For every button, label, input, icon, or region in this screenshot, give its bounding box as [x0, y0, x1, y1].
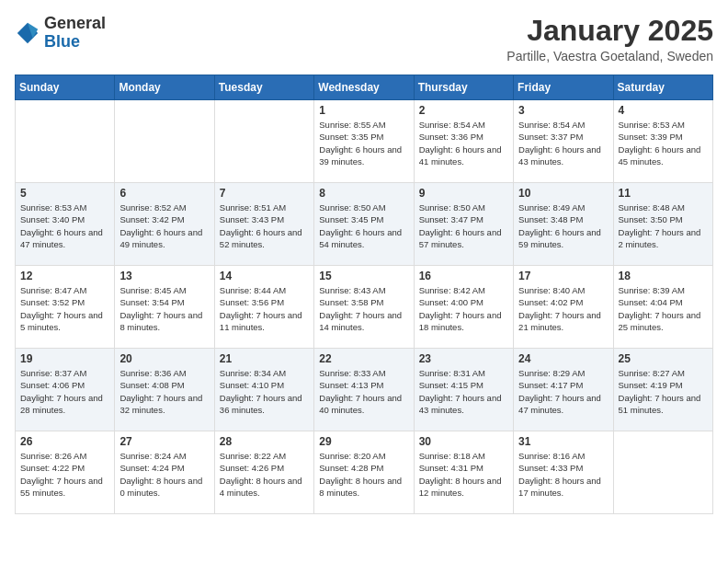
- day-info: Sunrise: 8:54 AM Sunset: 3:36 PM Dayligh…: [419, 119, 508, 167]
- calendar-cell: [16, 100, 115, 183]
- day-number: 11: [619, 187, 708, 200]
- day-info: Sunrise: 8:18 AM Sunset: 4:31 PM Dayligh…: [419, 450, 508, 499]
- calendar-week-row: 26Sunrise: 8:26 AM Sunset: 4:22 PM Dayli…: [16, 431, 713, 514]
- calendar-cell: 4Sunrise: 8:53 AM Sunset: 3:39 PM Daylig…: [613, 100, 712, 183]
- day-number: 15: [319, 270, 408, 282]
- day-info: Sunrise: 8:49 AM Sunset: 3:48 PM Dayligh…: [518, 201, 608, 250]
- day-number: 31: [518, 435, 608, 448]
- day-info: Sunrise: 8:51 AM Sunset: 3:43 PM Dayligh…: [220, 201, 309, 250]
- calendar-cell: 3Sunrise: 8:54 AM Sunset: 3:37 PM Daylig…: [514, 100, 613, 183]
- title-block: January 2025 Partille, Vaestra Goetaland…: [506, 15, 713, 63]
- day-number: 4: [619, 104, 708, 117]
- calendar-cell: 8Sunrise: 8:50 AM Sunset: 3:45 PM Daylig…: [314, 183, 414, 266]
- day-number: 23: [419, 352, 508, 365]
- logo: General Blue: [15, 15, 106, 52]
- calendar-cell: 13Sunrise: 8:45 AM Sunset: 3:54 PM Dayli…: [115, 266, 214, 349]
- calendar-cell: 2Sunrise: 8:54 AM Sunset: 3:36 PM Daylig…: [414, 100, 513, 183]
- day-info: Sunrise: 8:40 AM Sunset: 4:02 PM Dayligh…: [518, 284, 608, 333]
- calendar-cell: 24Sunrise: 8:29 AM Sunset: 4:17 PM Dayli…: [514, 349, 613, 431]
- calendar-cell: 12Sunrise: 8:47 AM Sunset: 3:52 PM Dayli…: [16, 266, 115, 349]
- calendar-cell: 20Sunrise: 8:36 AM Sunset: 4:08 PM Dayli…: [115, 349, 214, 431]
- calendar-table: SundayMondayTuesdayWednesdayThursdayFrid…: [15, 75, 713, 514]
- day-number: 22: [319, 352, 408, 365]
- calendar-cell: 22Sunrise: 8:33 AM Sunset: 4:13 PM Dayli…: [314, 349, 414, 431]
- calendar-cell: 15Sunrise: 8:43 AM Sunset: 3:58 PM Dayli…: [314, 266, 414, 349]
- weekday-header-tuesday: Tuesday: [214, 75, 313, 100]
- day-info: Sunrise: 8:42 AM Sunset: 4:00 PM Dayligh…: [419, 284, 508, 333]
- page-header: General Blue January 2025 Partille, Vaes…: [15, 15, 713, 63]
- day-number: 7: [220, 187, 309, 200]
- day-number: 20: [119, 352, 209, 365]
- calendar-cell: 17Sunrise: 8:40 AM Sunset: 4:02 PM Dayli…: [514, 266, 613, 349]
- calendar-week-row: 12Sunrise: 8:47 AM Sunset: 3:52 PM Dayli…: [16, 266, 713, 349]
- calendar-cell: 23Sunrise: 8:31 AM Sunset: 4:15 PM Dayli…: [414, 349, 513, 431]
- day-info: Sunrise: 8:22 AM Sunset: 4:26 PM Dayligh…: [220, 450, 309, 499]
- day-number: 30: [419, 435, 508, 448]
- calendar-cell: 6Sunrise: 8:52 AM Sunset: 3:42 PM Daylig…: [115, 183, 214, 266]
- day-info: Sunrise: 8:20 AM Sunset: 4:28 PM Dayligh…: [319, 450, 408, 499]
- day-number: 1: [319, 104, 408, 117]
- calendar-cell: [613, 431, 712, 514]
- day-number: 17: [518, 270, 608, 282]
- day-info: Sunrise: 8:55 AM Sunset: 3:35 PM Dayligh…: [319, 119, 408, 167]
- weekday-header-monday: Monday: [115, 75, 214, 100]
- calendar-cell: 9Sunrise: 8:50 AM Sunset: 3:47 PM Daylig…: [414, 183, 513, 266]
- day-info: Sunrise: 8:53 AM Sunset: 3:39 PM Dayligh…: [619, 119, 708, 167]
- day-info: Sunrise: 8:45 AM Sunset: 3:54 PM Dayligh…: [119, 284, 209, 333]
- day-info: Sunrise: 8:34 AM Sunset: 4:10 PM Dayligh…: [220, 367, 309, 416]
- calendar-cell: 31Sunrise: 8:16 AM Sunset: 4:33 PM Dayli…: [514, 431, 613, 514]
- calendar-cell: 26Sunrise: 8:26 AM Sunset: 4:22 PM Dayli…: [16, 431, 115, 514]
- day-info: Sunrise: 8:54 AM Sunset: 3:37 PM Dayligh…: [518, 119, 608, 167]
- day-info: Sunrise: 8:50 AM Sunset: 3:47 PM Dayligh…: [419, 201, 508, 250]
- day-number: 5: [20, 187, 109, 200]
- day-number: 3: [518, 104, 608, 117]
- day-number: 29: [319, 435, 408, 448]
- month-title: January 2025: [506, 15, 713, 47]
- calendar-cell: 19Sunrise: 8:37 AM Sunset: 4:06 PM Dayli…: [16, 349, 115, 431]
- calendar-cell: 7Sunrise: 8:51 AM Sunset: 3:43 PM Daylig…: [214, 183, 313, 266]
- calendar-cell: 1Sunrise: 8:55 AM Sunset: 3:35 PM Daylig…: [314, 100, 414, 183]
- weekday-header-sunday: Sunday: [16, 75, 115, 100]
- calendar-cell: 21Sunrise: 8:34 AM Sunset: 4:10 PM Dayli…: [214, 349, 313, 431]
- day-info: Sunrise: 8:26 AM Sunset: 4:22 PM Dayligh…: [20, 450, 109, 499]
- weekday-header-saturday: Saturday: [613, 75, 712, 100]
- day-number: 13: [119, 270, 209, 282]
- calendar-cell: 29Sunrise: 8:20 AM Sunset: 4:28 PM Dayli…: [314, 431, 414, 514]
- day-info: Sunrise: 8:50 AM Sunset: 3:45 PM Dayligh…: [319, 201, 408, 250]
- day-info: Sunrise: 8:53 AM Sunset: 3:40 PM Dayligh…: [20, 201, 109, 250]
- day-info: Sunrise: 8:48 AM Sunset: 3:50 PM Dayligh…: [619, 201, 708, 250]
- calendar-cell: 30Sunrise: 8:18 AM Sunset: 4:31 PM Dayli…: [414, 431, 513, 514]
- day-info: Sunrise: 8:29 AM Sunset: 4:17 PM Dayligh…: [518, 367, 608, 416]
- day-number: 10: [518, 187, 608, 200]
- day-number: 27: [119, 435, 209, 448]
- calendar-cell: 5Sunrise: 8:53 AM Sunset: 3:40 PM Daylig…: [16, 183, 115, 266]
- calendar-cell: [214, 100, 313, 183]
- day-number: 26: [20, 435, 109, 448]
- day-info: Sunrise: 8:27 AM Sunset: 4:19 PM Dayligh…: [619, 367, 708, 416]
- calendar-cell: 25Sunrise: 8:27 AM Sunset: 4:19 PM Dayli…: [613, 349, 712, 431]
- day-number: 25: [619, 352, 708, 365]
- day-info: Sunrise: 8:44 AM Sunset: 3:56 PM Dayligh…: [220, 284, 309, 333]
- weekday-header-row: SundayMondayTuesdayWednesdayThursdayFrid…: [16, 75, 713, 100]
- logo-icon: [15, 20, 40, 46]
- day-info: Sunrise: 8:43 AM Sunset: 3:58 PM Dayligh…: [319, 284, 408, 333]
- day-number: 12: [20, 270, 109, 282]
- day-number: 19: [20, 352, 109, 365]
- calendar-week-row: 1Sunrise: 8:55 AM Sunset: 3:35 PM Daylig…: [16, 100, 713, 183]
- day-info: Sunrise: 8:36 AM Sunset: 4:08 PM Dayligh…: [119, 367, 209, 416]
- day-number: 28: [220, 435, 309, 448]
- day-number: 8: [319, 187, 408, 200]
- calendar-cell: 14Sunrise: 8:44 AM Sunset: 3:56 PM Dayli…: [214, 266, 313, 349]
- calendar-week-row: 19Sunrise: 8:37 AM Sunset: 4:06 PM Dayli…: [16, 349, 713, 431]
- weekday-header-thursday: Thursday: [414, 75, 513, 100]
- calendar-cell: 28Sunrise: 8:22 AM Sunset: 4:26 PM Dayli…: [214, 431, 313, 514]
- day-info: Sunrise: 8:33 AM Sunset: 4:13 PM Dayligh…: [319, 367, 408, 416]
- day-number: 16: [419, 270, 508, 282]
- day-info: Sunrise: 8:47 AM Sunset: 3:52 PM Dayligh…: [20, 284, 109, 333]
- day-number: 14: [220, 270, 309, 282]
- day-info: Sunrise: 8:16 AM Sunset: 4:33 PM Dayligh…: [518, 450, 608, 499]
- weekday-header-wednesday: Wednesday: [314, 75, 414, 100]
- calendar-week-row: 5Sunrise: 8:53 AM Sunset: 3:40 PM Daylig…: [16, 183, 713, 266]
- day-number: 21: [220, 352, 309, 365]
- day-number: 6: [119, 187, 209, 200]
